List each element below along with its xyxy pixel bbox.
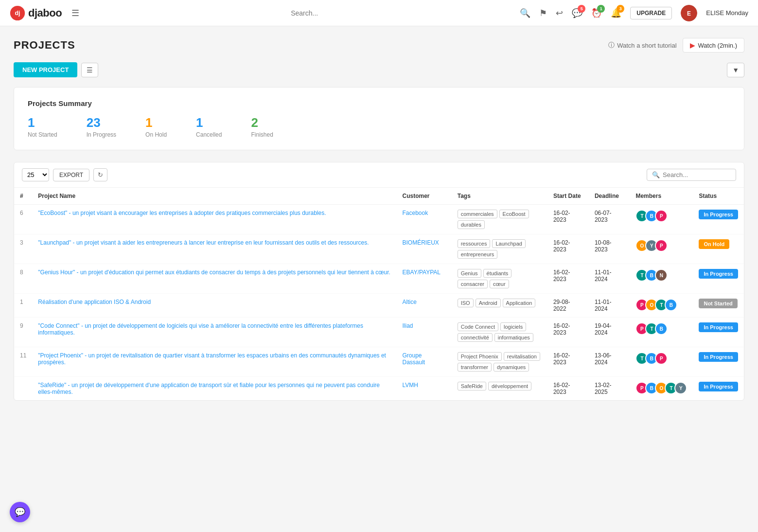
filter-button[interactable]: ▼: [727, 63, 744, 77]
row-num: 9: [14, 318, 32, 347]
members-cell: POTB: [630, 294, 693, 318]
members-cell: PTB: [630, 318, 693, 347]
customer-link[interactable]: Facebook: [403, 210, 428, 216]
customer-link[interactable]: Altice: [403, 299, 417, 305]
project-name-link[interactable]: "SafeRide" - un projet de développement …: [38, 382, 380, 395]
table-section: 25 50 100 EXPORT ↻ 🔍 # Project Name Cust…: [14, 162, 744, 401]
table-body: 6"EcoBoost" - un projet visant à encoura…: [14, 205, 744, 401]
clock-icon-btn[interactable]: ⏰ 1: [591, 8, 602, 18]
search-input[interactable]: [231, 9, 377, 17]
table-header: # Project Name Customer Tags Start Date …: [14, 188, 744, 205]
list-view-button[interactable]: ☰: [81, 63, 98, 77]
deadline-cell: 11-01-2024: [589, 264, 630, 294]
col-members: Members: [630, 188, 693, 205]
stat-on-hold: 1 On Hold: [145, 115, 167, 138]
start-date-cell: 16-02-2023: [547, 347, 589, 377]
tags-cell: SafeRidedéveloppement: [452, 377, 547, 401]
tags-cell: Geniusétudiantsconsacrercœur: [452, 264, 547, 294]
svg-text:E: E: [687, 10, 691, 17]
customer-link[interactable]: Groupe Dassault: [403, 352, 425, 366]
customer-link[interactable]: EBAY/PAYPAL: [403, 269, 441, 276]
customer-cell: BIOMÉRIEUX: [397, 234, 452, 264]
new-project-button[interactable]: NEW PROJECT: [14, 62, 77, 77]
bell-icon-btn[interactable]: 🔔 3: [611, 8, 621, 18]
col-customer: Customer: [397, 188, 452, 205]
table-search-icon: 🔍: [652, 171, 660, 178]
tag: Application: [503, 299, 536, 307]
main-content: PROJECTS ⓘ Watch a short tutorial ▶ Watc…: [0, 26, 758, 412]
hamburger-icon[interactable]: ☰: [71, 8, 79, 18]
col-status: Status: [693, 188, 744, 205]
member-avatar: P: [655, 352, 668, 365]
customer-link[interactable]: BIOMÉRIEUX: [403, 239, 439, 246]
table-row: 9"Code Connect" - un projet de développe…: [14, 318, 744, 347]
export-button[interactable]: EXPORT: [53, 169, 89, 181]
tags-cell: ressourcesLaunchpadentrepreneurs: [452, 234, 547, 264]
project-name-link[interactable]: "Genius Hour" - un projet d'éducation qu…: [38, 269, 390, 276]
deadline-cell: 10-08-2023: [589, 234, 630, 264]
bell-badge: 3: [617, 5, 624, 13]
deadline-cell: 19-04-2024: [589, 318, 630, 347]
start-date-cell: 29-08-2022: [547, 294, 589, 318]
search-icon-btn[interactable]: 🔍: [520, 8, 530, 18]
page-actions: ⓘ Watch a short tutorial ▶ Watch (2min.): [608, 38, 744, 53]
row-num: 6: [14, 205, 32, 234]
watch-button[interactable]: ▶ Watch (2min.): [683, 38, 744, 53]
upgrade-button[interactable]: UPGRADE: [630, 7, 672, 19]
project-name-link[interactable]: "Project Phoenix" - un projet de revital…: [38, 352, 386, 366]
tags-cell: ISOAndroidApplication: [452, 294, 547, 318]
members-cell: PBOTY: [630, 377, 693, 401]
project-name-link[interactable]: Réalisation d'une application ISO & Andr…: [38, 299, 151, 305]
status-badge: Not Started: [699, 299, 737, 308]
customer-link[interactable]: Iliad: [403, 322, 413, 329]
tags-cell: Project Phoenixrevitalisationtransformer…: [452, 347, 547, 377]
customer-link[interactable]: LVMH: [403, 382, 418, 389]
members-cell: TBN: [630, 264, 693, 294]
col-start-date: Start Date: [547, 188, 589, 205]
table-row: "SafeRide" - un projet de développement …: [14, 377, 744, 401]
project-name-link[interactable]: "Launchpad" - un projet visant à aider l…: [38, 239, 369, 246]
status-cell: In Progress: [693, 347, 744, 377]
tutorial-link[interactable]: ⓘ Watch a short tutorial: [608, 41, 676, 50]
table-search-input[interactable]: [663, 171, 731, 178]
tag: Android: [476, 299, 501, 307]
share-icon-btn[interactable]: ↩: [556, 8, 563, 18]
avatar[interactable]: E: [681, 5, 697, 21]
stat-label-cancelled: Cancelled: [196, 131, 222, 138]
stat-cancelled: 1 Cancelled: [196, 115, 222, 138]
tag: entrepreneurs: [458, 250, 498, 259]
project-name-cell: Réalisation d'une application ISO & Andr…: [32, 294, 396, 318]
customer-cell: Facebook: [397, 205, 452, 234]
stat-label-in-progress: In Progress: [87, 131, 116, 138]
status-badge: On Hold: [699, 239, 729, 249]
project-name-link[interactable]: "EcoBoost" - un projet visant à encourag…: [38, 210, 326, 216]
members-cell: TBP: [630, 205, 693, 234]
member-avatar: P: [655, 210, 668, 222]
flag-icon-btn[interactable]: ⚑: [539, 8, 547, 18]
status-cell: In Progress: [693, 205, 744, 234]
start-date-cell: 16-02-2023: [547, 318, 589, 347]
per-page-select[interactable]: 25 50 100: [22, 168, 49, 181]
project-name-cell: "Launchpad" - un projet visant à aider l…: [32, 234, 396, 264]
tag: ressources: [458, 239, 491, 248]
refresh-button[interactable]: ↻: [93, 168, 107, 181]
row-num: [14, 377, 32, 401]
summary-title: Projects Summary: [28, 99, 730, 107]
tag: ISO: [458, 299, 474, 307]
table-toolbar: 25 50 100 EXPORT ↻ 🔍: [14, 162, 744, 188]
tag: consacrer: [458, 280, 488, 288]
start-date-cell: 16-02-2023: [547, 264, 589, 294]
project-name-cell: "EcoBoost" - un projet visant à encourag…: [32, 205, 396, 234]
tag: SafeRide: [458, 382, 486, 390]
messages-icon-btn[interactable]: 💬 5: [572, 8, 582, 18]
project-name-link[interactable]: "Code Connect" - un projet de développem…: [38, 322, 363, 336]
member-avatar: N: [655, 269, 668, 282]
status-cell: Not Started: [693, 294, 744, 318]
logo-icon: dj: [10, 5, 25, 21]
stat-label-not-started: Not Started: [28, 131, 57, 138]
table-row: 6"EcoBoost" - un projet visant à encoura…: [14, 205, 744, 234]
tag: Code Connect: [458, 322, 498, 331]
table-row: 11"Project Phoenix" - un projet de revit…: [14, 347, 744, 377]
tag: EcoBoost: [499, 210, 529, 218]
member-avatar: B: [665, 299, 677, 311]
